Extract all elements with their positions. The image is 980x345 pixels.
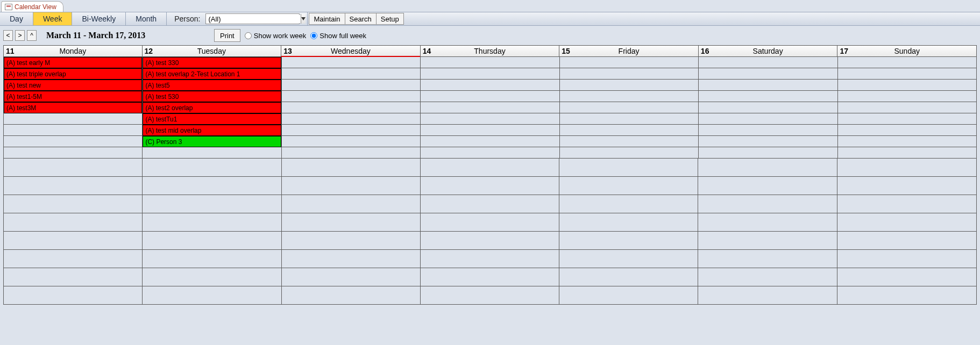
view-month-button[interactable]: Month <box>126 12 167 25</box>
calendar-lower-cell[interactable] <box>837 213 976 231</box>
person-input[interactable] <box>206 15 301 23</box>
calendar-slot[interactable] <box>838 91 976 102</box>
maintain-button[interactable]: Maintain <box>309 13 345 25</box>
calendar-lower-cell[interactable] <box>282 177 421 195</box>
up-button[interactable]: ^ <box>27 30 37 41</box>
calendar-slot[interactable] <box>282 57 420 68</box>
day-header-thursday[interactable]: 14Thursday <box>420 45 560 57</box>
calendar-slot[interactable] <box>421 91 559 102</box>
calendar-lower-cell[interactable] <box>559 286 698 304</box>
calendar-slot[interactable] <box>560 125 698 136</box>
calendar-lower-cell[interactable] <box>698 286 837 304</box>
calendar-lower-cell[interactable] <box>143 177 281 195</box>
calendar-lower-cell[interactable] <box>837 250 976 268</box>
calendar-slot[interactable] <box>699 80 837 91</box>
calendar-lower-cell[interactable] <box>559 159 698 176</box>
calendar-slot[interactable] <box>282 102 420 113</box>
calendar-slot[interactable] <box>421 57 559 68</box>
calendar-lower-cell[interactable] <box>4 286 143 304</box>
day-header-monday[interactable]: 11Monday <box>3 45 143 57</box>
calendar-lower-cell[interactable] <box>559 213 698 231</box>
calendar-lower-cell[interactable] <box>4 177 143 195</box>
calendar-lower-cell[interactable] <box>837 268 976 286</box>
calendar-lower-cell[interactable] <box>143 286 281 304</box>
calendar-event[interactable]: (A) test overlap 2-Test Location 1 <box>143 68 281 80</box>
calendar-event[interactable]: (A) test1-5M <box>4 91 142 102</box>
calendar-slot[interactable] <box>282 68 420 80</box>
document-tab-calendar-view[interactable]: Calendar View <box>1 1 63 12</box>
calendar-lower-cell[interactable] <box>4 213 143 231</box>
calendar-event[interactable]: (A) test early M <box>4 57 142 68</box>
calendar-slot[interactable] <box>4 125 142 136</box>
calendar-lower-cell[interactable] <box>698 268 837 286</box>
calendar-lower-cell[interactable] <box>698 232 837 249</box>
calendar-lower-cell[interactable] <box>421 213 559 231</box>
calendar-slot[interactable] <box>560 136 698 147</box>
calendar-slot[interactable] <box>421 80 559 91</box>
day-header-sunday[interactable]: 17Sunday <box>837 45 977 57</box>
calendar-lower-cell[interactable] <box>143 250 281 268</box>
calendar-lower-cell[interactable] <box>698 250 837 268</box>
calendar-lower-cell[interactable] <box>143 195 281 213</box>
calendar-lower-cell[interactable] <box>421 159 559 176</box>
calendar-slot[interactable] <box>4 113 142 125</box>
calendar-slot[interactable] <box>560 68 698 80</box>
calendar-slot[interactable] <box>421 147 559 159</box>
calendar-slot[interactable] <box>838 136 976 147</box>
calendar-lower-cell[interactable] <box>837 159 976 176</box>
calendar-event[interactable]: (A) test3M <box>4 102 142 113</box>
calendar-slot[interactable] <box>4 147 142 159</box>
calendar-slot[interactable] <box>282 80 420 91</box>
calendar-slot[interactable] <box>838 102 976 113</box>
calendar-event[interactable]: (A) test5 <box>143 80 281 91</box>
calendar-slot[interactable] <box>282 125 420 136</box>
calendar-slot[interactable] <box>699 57 837 68</box>
calendar-lower-cell[interactable] <box>837 195 976 213</box>
person-combobox[interactable] <box>205 13 300 24</box>
day-header-wednesday[interactable]: 13Wednesday <box>281 45 421 57</box>
calendar-lower-cell[interactable] <box>837 177 976 195</box>
calendar-lower-cell[interactable] <box>421 286 559 304</box>
calendar-slot[interactable] <box>421 136 559 147</box>
calendar-lower-cell[interactable] <box>421 250 559 268</box>
view-week-button[interactable]: Week <box>33 12 73 25</box>
calendar-lower-cell[interactable] <box>559 195 698 213</box>
calendar-slot[interactable] <box>421 113 559 125</box>
calendar-lower-cell[interactable] <box>4 232 143 249</box>
calendar-slot[interactable] <box>699 125 837 136</box>
calendar-lower-cell[interactable] <box>698 213 837 231</box>
calendar-slot[interactable] <box>699 113 837 125</box>
calendar-slot[interactable] <box>699 68 837 80</box>
calendar-slot[interactable] <box>560 113 698 125</box>
calendar-lower-cell[interactable] <box>837 286 976 304</box>
calendar-event[interactable]: (C) Person 3 <box>143 136 281 147</box>
calendar-slot[interactable] <box>699 102 837 113</box>
calendar-slot[interactable] <box>560 57 698 68</box>
calendar-lower-cell[interactable] <box>421 195 559 213</box>
print-button[interactable]: Print <box>214 29 240 42</box>
day-header-tuesday[interactable]: 12Tuesday <box>142 45 282 57</box>
calendar-event[interactable]: (A) testTu1 <box>143 113 281 125</box>
calendar-lower-cell[interactable] <box>421 268 559 286</box>
calendar-slot[interactable] <box>4 136 142 147</box>
calendar-slot[interactable] <box>560 147 698 159</box>
calendar-slot[interactable] <box>282 147 420 159</box>
calendar-slot[interactable] <box>699 91 837 102</box>
calendar-slot[interactable] <box>560 80 698 91</box>
calendar-slot[interactable] <box>560 91 698 102</box>
calendar-event[interactable]: (A) test new <box>4 80 142 91</box>
calendar-lower-cell[interactable] <box>282 213 421 231</box>
calendar-lower-cell[interactable] <box>143 213 281 231</box>
view-biweekly-button[interactable]: Bi-Weekly <box>72 12 126 25</box>
day-header-friday[interactable]: 15Friday <box>559 45 699 57</box>
calendar-lower-cell[interactable] <box>282 159 421 176</box>
prev-week-button[interactable]: < <box>3 30 13 41</box>
calendar-lower-cell[interactable] <box>698 195 837 213</box>
calendar-slot[interactable] <box>282 91 420 102</box>
full-week-radio-input[interactable] <box>310 32 317 39</box>
calendar-slot[interactable] <box>143 147 281 159</box>
calendar-lower-cell[interactable] <box>143 159 281 176</box>
calendar-slot[interactable] <box>838 57 976 68</box>
calendar-slot[interactable] <box>838 147 976 159</box>
full-week-radio[interactable]: Show full week <box>310 32 366 40</box>
